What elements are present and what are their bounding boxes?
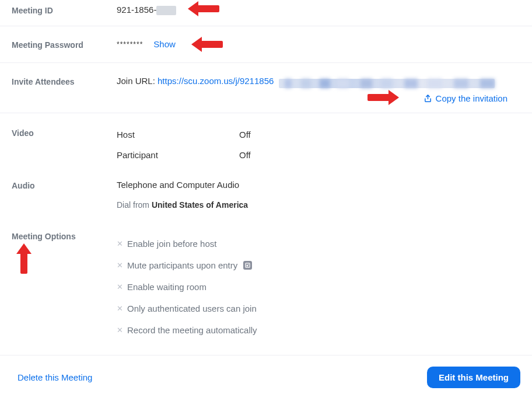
opt-label: Enable join before host <box>127 239 216 249</box>
option-authenticated-only: ✕ Only authenticated users can join <box>117 298 520 319</box>
locked-badge-icon <box>243 261 252 270</box>
redacted-url-suffix <box>279 79 495 88</box>
x-icon: ✕ <box>117 261 123 270</box>
join-url-link[interactable]: https://scu.zoom.us/j/9211856 <box>158 76 274 86</box>
x-icon: ✕ <box>117 304 123 313</box>
dial-country: United States of America <box>152 200 248 210</box>
label-meeting-id: Meeting ID <box>12 5 117 15</box>
join-url-prefix: Join URL: <box>117 76 158 86</box>
row-options: Meeting Options ✕ Enable join before hos… <box>0 218 532 349</box>
video-participant-label: Participant <box>117 150 239 160</box>
row-invite: Invite Attendees Join URL: https://scu.z… <box>0 63 532 113</box>
x-icon: ✕ <box>117 239 123 248</box>
video-participant-value: Off <box>239 150 251 160</box>
video-host-label: Host <box>117 130 239 140</box>
label-audio: Audio <box>12 180 117 190</box>
option-join-before-host: ✕ Enable join before host <box>117 233 520 254</box>
row-password: Meeting Password ******** Show <box>0 26 532 62</box>
share-icon <box>424 94 432 103</box>
footer-bar: Delete this Meeting Edit this Meeting <box>0 355 532 401</box>
value-meeting-id: 921-1856- <box>117 5 520 15</box>
option-waiting-room: ✕ Enable waiting room <box>117 276 520 298</box>
option-record-auto: ✕ Record the meeting automatically <box>117 319 520 341</box>
row-meeting-id: Meeting ID 921-1856- <box>0 0 532 26</box>
dial-from-line: Dial from United States of America <box>117 190 520 210</box>
copy-invitation-link[interactable]: Copy the invitation <box>424 93 508 103</box>
video-host-value: Off <box>239 130 251 140</box>
copy-invitation-label: Copy the invitation <box>436 93 508 103</box>
password-masked: ******** <box>117 40 143 48</box>
audio-value: Telephone and Computer Audio <box>117 180 520 190</box>
row-video: Video Host Off Participant Off <box>0 113 532 170</box>
meeting-details-panel: Meeting ID 921-1856- Meeting Password **… <box>0 0 532 349</box>
opt-label: Enable waiting room <box>127 282 206 292</box>
x-icon: ✕ <box>117 326 123 334</box>
redacted-meeting-id-suffix <box>156 6 176 15</box>
x-icon: ✕ <box>117 283 123 291</box>
annotation-arrow <box>368 90 399 105</box>
label-invite: Invite Attendees <box>12 76 117 86</box>
opt-label: Record the meeting automatically <box>127 325 257 335</box>
value-password: ******** Show <box>117 39 520 49</box>
value-join-url: Join URL: https://scu.zoom.us/j/9211856 <box>117 76 520 86</box>
edit-meeting-button[interactable]: Edit this Meeting <box>427 367 520 388</box>
opt-label: Mute participants upon entry <box>127 260 237 270</box>
option-mute-on-entry: ✕ Mute participants upon entry <box>117 254 520 276</box>
opt-label: Only authenticated users can join <box>127 304 257 313</box>
delete-meeting-link[interactable]: Delete this Meeting <box>18 372 92 382</box>
label-video: Video <box>12 127 117 138</box>
label-password: Meeting Password <box>12 39 117 50</box>
show-password-link[interactable]: Show <box>153 39 176 49</box>
meeting-id-text: 921-1856- <box>117 5 156 15</box>
dial-prefix: Dial from <box>117 200 152 210</box>
annotation-arrow <box>16 243 32 274</box>
label-options: Meeting Options <box>12 231 117 241</box>
row-audio: Audio Telephone and Computer Audio Dial … <box>0 170 532 218</box>
